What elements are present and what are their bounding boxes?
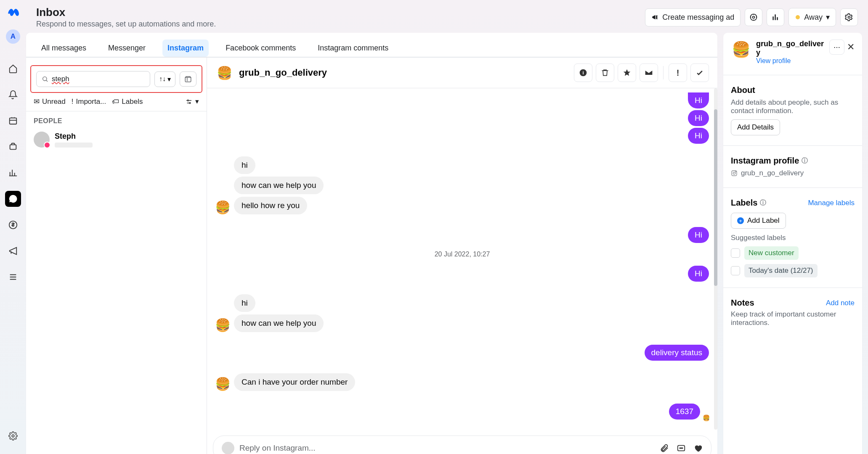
nav-insights[interactable] — [5, 165, 21, 181]
nav-planner[interactable] — [5, 113, 21, 129]
message-right: delivery status — [215, 345, 709, 361]
tab-messenger[interactable]: Messenger — [103, 40, 151, 57]
person-name: Steph — [55, 132, 93, 141]
svg-point-9 — [189, 102, 191, 103]
create-messaging-ad-button[interactable]: Create messaging ad — [645, 8, 741, 26]
account-avatar[interactable]: A — [6, 29, 20, 44]
notes-title: Notes — [731, 298, 754, 308]
nav-inbox[interactable] — [5, 191, 21, 207]
delete-button[interactable] — [596, 63, 614, 82]
folder-icon — [184, 75, 192, 83]
svg-point-8 — [187, 100, 188, 101]
close-panel-button[interactable]: ✕ — [847, 42, 855, 53]
message-left: hi — [234, 294, 255, 312]
filter-settings-icon[interactable] — [185, 98, 193, 106]
conversation-list: steph ↑↓ ▾ ✉Un — [26, 58, 207, 454]
suggested-label-row[interactable]: Today's date (12/27) — [731, 264, 855, 277]
message-right: Hi — [215, 92, 709, 108]
message-left: how can we help you — [234, 314, 324, 332]
filter-labels[interactable]: 🏷Labels — [112, 98, 143, 106]
svg-point-17 — [733, 172, 735, 174]
profile-avatar: 🍔 — [731, 40, 751, 60]
labels-title: Labels — [731, 198, 757, 208]
sender-avatar: 🍔 — [215, 318, 230, 332]
info-button[interactable]: i — [574, 63, 592, 82]
about-title: About — [731, 85, 855, 95]
chat-column: 🍔 grub_n_go_delivery i ! — [207, 58, 717, 454]
folder-button[interactable] — [180, 71, 196, 87]
info-icon[interactable]: ⓘ — [760, 199, 766, 207]
inbox-panel: All messages Messenger Instagram Faceboo… — [26, 33, 717, 454]
channel-tabs: All messages Messenger Instagram Faceboo… — [26, 33, 717, 57]
nav-all-tools[interactable] — [5, 269, 21, 285]
checkbox[interactable] — [731, 266, 740, 275]
heart-icon[interactable] — [693, 443, 703, 453]
people-header: PEOPLE — [26, 111, 207, 127]
nav-home[interactable] — [5, 61, 21, 77]
svg-point-6 — [848, 16, 850, 18]
filter-important[interactable]: !Importa... — [72, 98, 106, 106]
add-label-button[interactable]: + Add Label — [731, 213, 786, 229]
view-profile-link[interactable]: View profile — [756, 57, 824, 65]
manage-labels-link[interactable]: Manage labels — [808, 199, 855, 207]
nav-notifications[interactable] — [5, 87, 21, 103]
suggested-label-new-customer: New customer — [744, 246, 799, 260]
add-details-button[interactable]: Add Details — [731, 119, 780, 135]
star-button[interactable] — [618, 63, 636, 82]
person-preview-placeholder — [55, 143, 93, 148]
automations-button[interactable] — [745, 8, 762, 26]
settings-button[interactable] — [840, 8, 858, 26]
insights-button[interactable] — [767, 8, 784, 26]
svg-point-7 — [43, 77, 47, 81]
message-left: hello how re you — [234, 197, 307, 214]
instagram-icon — [731, 170, 738, 177]
composer[interactable]: Reply on Instagram... — [213, 436, 711, 454]
filter-unread[interactable]: ✉Unread — [34, 97, 66, 106]
profile-more-button[interactable]: ⋯ — [829, 40, 844, 55]
tab-all-messages[interactable]: All messages — [36, 40, 91, 57]
search-input[interactable]: steph — [36, 71, 150, 87]
chevron-down-icon[interactable]: ▾ — [195, 97, 199, 106]
add-note-link[interactable]: Add note — [826, 299, 855, 307]
nav-content[interactable] — [5, 139, 21, 155]
nav-ads[interactable] — [5, 243, 21, 259]
sort-button[interactable]: ↑↓ ▾ — [154, 71, 175, 87]
svg-text:i: i — [582, 70, 584, 75]
done-button[interactable] — [690, 63, 709, 82]
scrollbar[interactable] — [714, 88, 717, 430]
person-row[interactable]: Steph — [26, 127, 207, 152]
availability-dropdown[interactable]: Away ▾ — [788, 8, 836, 26]
checkbox[interactable] — [731, 248, 740, 258]
megaphone-icon — [651, 13, 659, 21]
svg-rect-1 — [10, 145, 16, 149]
mail-icon: ✉ — [34, 97, 40, 106]
info-icon[interactable]: ⓘ — [802, 157, 808, 165]
chat-avatar: 🍔 — [215, 64, 233, 82]
tab-facebook-comments[interactable]: Facebook comments — [220, 40, 301, 57]
chevron-down-icon: ▾ — [167, 75, 171, 83]
chat-title: grub_n_go_delivery — [239, 67, 327, 78]
suggested-label-row[interactable]: New customer — [731, 246, 855, 260]
search-icon — [42, 76, 48, 82]
mark-unread-button[interactable] — [640, 63, 658, 82]
instagram-handle[interactable]: grub_n_go_delivery — [741, 169, 804, 177]
instagram-profile-title: Instagram profile — [731, 156, 799, 166]
spam-button[interactable]: ! — [669, 63, 687, 82]
nav-settings[interactable] — [5, 428, 21, 444]
tab-instagram[interactable]: Instagram — [162, 40, 209, 57]
tab-instagram-comments[interactable]: Instagram comments — [313, 40, 393, 57]
svg-point-3 — [12, 435, 14, 437]
status-dot-icon — [795, 14, 801, 20]
suggested-label-todays-date: Today's date (12/27) — [744, 264, 818, 277]
timestamp: 20 Jul 2022, 10:27 — [215, 251, 709, 258]
message-right: 1637 🍔 — [215, 404, 709, 420]
messages-area[interactable]: Hi Hi Hi 🍔 hi how can we help you hello … — [207, 88, 717, 430]
attachment-icon[interactable] — [660, 443, 669, 453]
profile-name: grub_n_go_delivery — [756, 40, 824, 57]
saved-reply-icon[interactable] — [677, 443, 686, 453]
composer-placeholder: Reply on Instagram... — [239, 443, 655, 453]
message-left: Can i have your order number — [234, 373, 355, 391]
chevron-down-icon: ▾ — [826, 13, 830, 22]
nav-monetization[interactable] — [5, 217, 21, 233]
tag-icon: 🏷 — [112, 98, 119, 106]
